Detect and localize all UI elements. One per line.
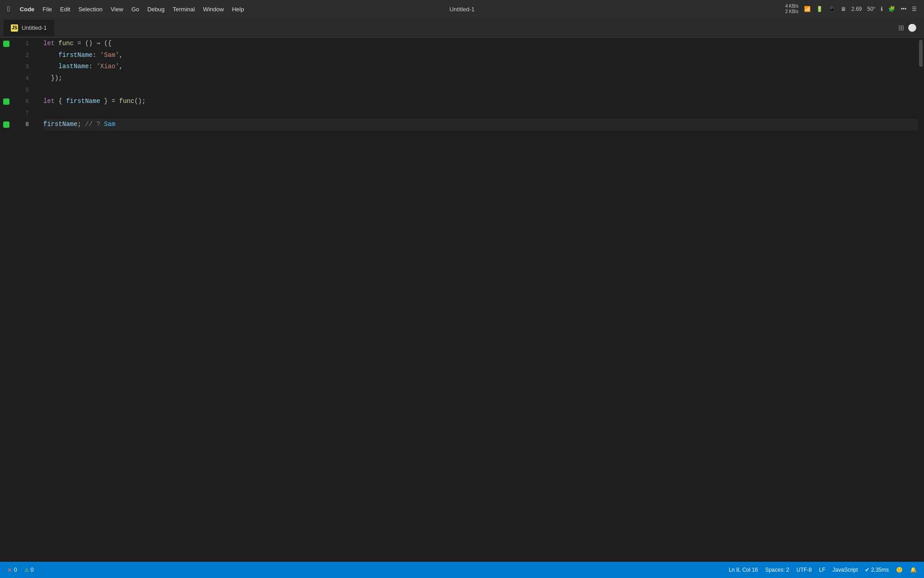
language-mode[interactable]: JavaScript: [832, 567, 858, 573]
error-count: 0: [14, 567, 17, 573]
tab-bar: JS Untitled-1 ⊞ ⚪: [0, 18, 924, 38]
js-file-icon: JS: [11, 24, 18, 32]
menu-edit[interactable]: Edit: [60, 6, 70, 13]
code-editor[interactable]: let func = () ⇒ ({ firstName: 'Sam', las…: [36, 38, 918, 562]
editor-area: 1 2 3 4 5 6 7 8 let func = () ⇒ ({ first…: [0, 38, 924, 562]
tab-untitled1[interactable]: JS Untitled-1: [4, 20, 54, 36]
battery-icon: 🔋: [816, 6, 823, 12]
menu-window[interactable]: Window: [203, 6, 224, 13]
token-close-4: });: [51, 73, 62, 84]
menu-code[interactable]: Code: [20, 6, 35, 13]
menu-help[interactable]: Help: [232, 6, 244, 13]
token-firstname-ref: firstName: [43, 119, 78, 131]
menu-view[interactable]: View: [111, 6, 123, 13]
token-comment: // ?: [85, 119, 104, 131]
code-line-2: firstName: 'Sam',: [43, 50, 918, 61]
monitor-icon: 🖥: [841, 6, 846, 12]
token-firstname-prop: firstName: [59, 50, 93, 61]
breakpoint-column: [0, 38, 13, 562]
token-indent-3: [43, 61, 59, 73]
cursor-position[interactable]: Ln 8, Col 16: [729, 567, 758, 573]
menu-items:  Code File Edit Selection View Go Debug…: [7, 5, 244, 13]
network-status: 4 KB/s 2 KB/s: [785, 4, 798, 14]
menu-selection[interactable]: Selection: [79, 6, 102, 13]
error-icon: ✕: [7, 567, 12, 573]
code-line-3: lastName: 'Xiao',: [43, 61, 918, 73]
token-semicolon: ;: [78, 119, 85, 131]
line-num-3: 3: [25, 61, 29, 73]
notification-icon[interactable]: 🔔: [910, 567, 917, 573]
wifi-icon: 📶: [804, 6, 811, 12]
token-colon-1: :: [92, 50, 100, 61]
breakpoint-1[interactable]: [3, 41, 9, 47]
bp-slot-5[interactable]: [0, 84, 13, 96]
warning-count-group[interactable]: ⚠ 0: [24, 567, 34, 573]
code-line-1: let func = () ⇒ ({: [43, 38, 918, 50]
code-line-4: });: [43, 73, 918, 84]
split-editor-icon[interactable]: ⊞: [898, 23, 904, 32]
token-comma-2: ,: [119, 61, 123, 73]
token-firstname-var: firstName: [66, 96, 100, 107]
apple-menu[interactable]: : [7, 5, 10, 13]
scrollbar[interactable]: [918, 38, 924, 562]
breakpoint-6[interactable]: [3, 98, 9, 105]
bp-slot-2[interactable]: [0, 50, 13, 61]
line-num-5: 5: [25, 84, 29, 96]
token-indent-4: [43, 73, 51, 84]
code-line-8: firstName; // ? Sam: [43, 119, 918, 131]
tab-label: Untitled-1: [22, 24, 47, 31]
line-num-6: 6: [25, 96, 29, 107]
bp-slot-6[interactable]: [0, 96, 13, 107]
system-status: 4 KB/s 2 KB/s 📶 🔋 📱 🖥 2.69 50° ℹ 🧩 ••• ☰: [785, 4, 917, 14]
gutter: 1 2 3 4 5 6 7 8: [0, 38, 36, 562]
error-count-group[interactable]: ✕ 0: [7, 567, 17, 573]
bp-slot-8[interactable]: [0, 119, 13, 131]
window-title: Untitled-1: [449, 6, 475, 13]
token-let-6: let: [43, 96, 59, 107]
bp-slot-3[interactable]: [0, 61, 13, 73]
temp-display: 50°: [867, 6, 875, 12]
code-line-6: let { firstName } = func();: [43, 96, 918, 107]
token-result-sam: Sam: [104, 119, 115, 131]
menu-terminal[interactable]: Terminal: [173, 6, 195, 13]
warning-count: 0: [31, 567, 34, 573]
circle-icon[interactable]: ⚪: [908, 23, 917, 32]
warning-icon: ⚠: [24, 567, 29, 573]
bp-slot-4[interactable]: [0, 73, 13, 84]
token-xiao-str: 'Xiao': [97, 61, 119, 73]
bp-slot-1[interactable]: [0, 38, 13, 50]
line-num-7: 7: [25, 107, 29, 119]
more-icon: •••: [901, 6, 906, 12]
line-numbers: 1 2 3 4 5 6 7 8: [13, 38, 36, 562]
token-brace-open: {: [59, 96, 66, 107]
token-func-name: func: [59, 38, 74, 50]
code-line-5: [43, 84, 918, 96]
menu-debug[interactable]: Debug: [147, 6, 164, 13]
code-line-7: [43, 107, 918, 119]
line-num-1: 1: [25, 38, 29, 50]
token-call-parens: ();: [134, 96, 146, 107]
eol-setting[interactable]: LF: [819, 567, 825, 573]
token-sam-str: 'Sam': [100, 50, 119, 61]
token-eq: = (): [74, 38, 96, 50]
bp-slot-7[interactable]: [0, 107, 13, 119]
line-num-2: 2: [25, 50, 29, 61]
info-icon: ℹ: [881, 6, 883, 12]
spaces-setting[interactable]: Spaces: 2: [765, 567, 789, 573]
phone-icon: 📱: [828, 6, 835, 12]
status-left: ✕ 0 ⚠ 0: [7, 567, 33, 573]
scrollbar-thumb[interactable]: [919, 40, 923, 67]
menu-go[interactable]: Go: [131, 6, 139, 13]
list-icon: ☰: [912, 6, 917, 12]
token-brace-close: } =: [100, 96, 119, 107]
line-num-8: 8: [25, 119, 29, 131]
breakpoint-8[interactable]: [3, 121, 9, 128]
line-num-4: 4: [25, 73, 29, 84]
status-bar: ✕ 0 ⚠ 0 Ln 8, Col 16 Spaces: 2 UTF-8 LF …: [0, 562, 924, 578]
encoding-setting[interactable]: UTF-8: [796, 567, 812, 573]
extensions-icon: 🧩: [888, 6, 895, 12]
token-paren-open: ({: [104, 38, 111, 50]
menu-file[interactable]: File: [42, 6, 52, 13]
token-let-1: let: [43, 38, 59, 50]
token-colon-2: :: [89, 61, 97, 73]
